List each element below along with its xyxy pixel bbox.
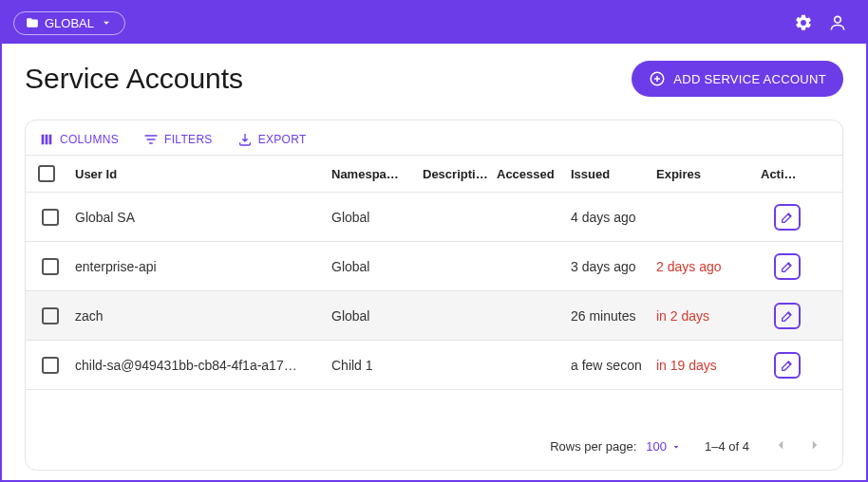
cell-issued: a few secon <box>571 358 656 373</box>
row-checkbox[interactable] <box>42 258 59 275</box>
columns-icon <box>39 132 54 147</box>
cell-user-id: Global SA <box>75 210 331 225</box>
namespace-selector[interactable]: GLOBAL <box>13 11 125 35</box>
prev-page-button[interactable] <box>768 433 793 460</box>
pagination-range: 1–4 of 4 <box>705 439 749 454</box>
namespace-label: GLOBAL <box>45 16 94 30</box>
add-button-label: ADD SERVICE ACCOUNT <box>673 72 826 86</box>
cell-namespace: Global <box>331 308 423 324</box>
cell-expires: 2 days ago <box>656 259 761 274</box>
download-icon <box>237 132 253 147</box>
th-actions: Actions <box>761 167 814 181</box>
plus-circle-icon <box>649 70 666 87</box>
row-checkbox[interactable] <box>42 357 59 374</box>
rows-per-page-select[interactable]: 100 <box>646 439 682 454</box>
table-row[interactable]: zach Global 26 minutes in 2 days <box>26 291 842 341</box>
filter-icon <box>143 132 159 147</box>
cell-expires: in 2 days <box>656 308 761 324</box>
columns-tool[interactable]: COLUMNS <box>39 132 119 147</box>
table-row[interactable]: child-sa@949431bb-cb84-4f1a-a17… Child 1… <box>26 341 842 390</box>
chevron-down-icon <box>100 16 113 29</box>
row-checkbox[interactable] <box>42 307 59 324</box>
page-title: Service Accounts <box>25 63 243 95</box>
edit-button[interactable] <box>774 303 801 329</box>
pencil-icon <box>780 259 795 274</box>
cell-namespace: Global <box>331 259 423 274</box>
next-page-button[interactable] <box>802 433 827 460</box>
chevron-left-icon <box>772 436 789 454</box>
cell-expires: in 19 days <box>656 358 761 373</box>
th-accessed[interactable]: Accessed <box>497 167 571 181</box>
pencil-icon <box>780 358 795 373</box>
settings-button[interactable] <box>786 6 821 40</box>
table-row[interactable]: enterprise-api Global 3 days ago 2 days … <box>26 242 842 291</box>
edit-button[interactable] <box>774 352 801 379</box>
cell-user-id: zach <box>75 308 331 324</box>
add-service-account-button[interactable]: ADD SERVICE ACCOUNT <box>632 61 843 97</box>
cell-namespace: Global <box>331 210 423 225</box>
rows-per-page-label: Rows per page: <box>550 439 636 454</box>
cell-user-id: child-sa@949431bb-cb84-4f1a-a17… <box>75 358 331 373</box>
cell-user-id: enterprise-api <box>75 259 331 274</box>
person-icon <box>828 13 847 32</box>
cell-issued: 3 days ago <box>571 259 656 274</box>
pencil-icon <box>780 308 795 324</box>
dropdown-icon <box>670 441 682 453</box>
filters-tool[interactable]: FILTERS <box>143 132 213 147</box>
th-user-id[interactable]: User Id <box>75 167 331 181</box>
edit-button[interactable] <box>774 204 801 231</box>
folder-icon <box>26 16 39 29</box>
th-expires[interactable]: Expires <box>656 167 761 181</box>
cell-namespace: Child 1 <box>331 358 423 373</box>
svg-point-0 <box>835 16 841 23</box>
gear-icon <box>794 13 813 32</box>
th-description[interactable]: Descripti… <box>423 167 497 181</box>
chevron-right-icon <box>806 436 823 454</box>
th-issued[interactable]: Issued <box>571 167 656 181</box>
cell-issued: 4 days ago <box>571 210 656 225</box>
table-row[interactable]: Global SA Global 4 days ago <box>26 193 842 242</box>
pencil-icon <box>780 210 795 225</box>
account-button[interactable] <box>821 6 855 40</box>
th-namespace[interactable]: Namespa… <box>331 167 423 181</box>
export-tool[interactable]: EXPORT <box>237 132 307 147</box>
row-checkbox[interactable] <box>42 209 59 226</box>
cell-issued: 26 minutes <box>571 308 656 324</box>
select-all-checkbox[interactable] <box>38 165 55 182</box>
edit-button[interactable] <box>774 253 801 280</box>
